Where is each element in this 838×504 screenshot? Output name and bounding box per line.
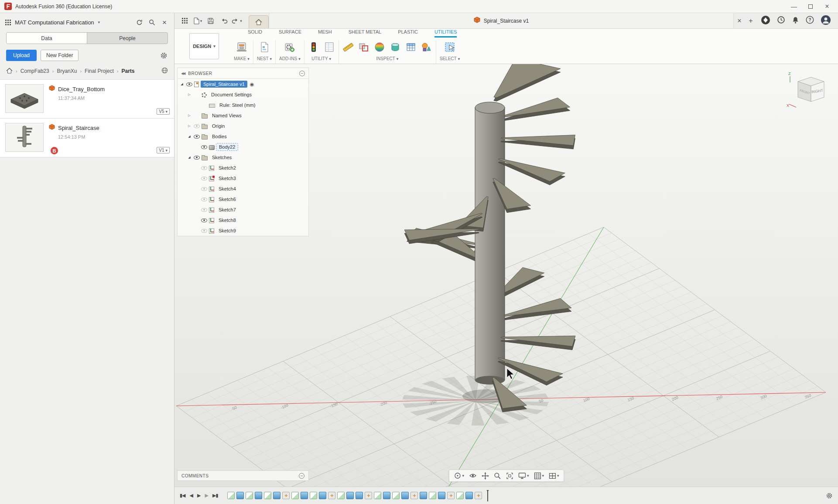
minimize-button[interactable]: — (787, 2, 800, 11)
save-icon[interactable] (204, 15, 217, 27)
validate-traffic-light-icon[interactable] (308, 41, 319, 53)
viewport-canvas[interactable]: -250-200-150-100-5050100150200250300350 … (174, 64, 838, 487)
timeline-feature-extrude-2[interactable] (236, 492, 244, 499)
browser-item-named-views[interactable]: ▷Named Views (178, 110, 308, 121)
orbit-icon[interactable]: ▾ (453, 472, 464, 480)
version-chip[interactable]: V5▾ (157, 108, 170, 115)
timeline-feature-sketch-19[interactable] (392, 492, 400, 499)
tool-group-label-make[interactable]: MAKE▾ (234, 56, 250, 61)
upload-button[interactable]: Upload (6, 50, 37, 61)
browser-item-sketch2[interactable]: Sketch2 (178, 163, 308, 173)
tab-people[interactable]: People (87, 33, 168, 44)
timeline-feature-move-7[interactable] (282, 492, 290, 499)
extensions-icon[interactable] (761, 15, 770, 27)
timeline-feature-sketch-13[interactable] (337, 492, 345, 499)
timeline-feature-move-28[interactable] (475, 492, 482, 499)
tree-expand-arrow-icon[interactable]: ▷ (187, 93, 192, 96)
timeline-feature-move-21[interactable] (410, 492, 418, 499)
browser-item-document-settings[interactable]: ▷Document Settings (178, 89, 308, 100)
visibility-eye-icon[interactable] (201, 208, 207, 212)
apps-grid-icon[interactable] (178, 15, 191, 27)
nest-icon[interactable] (259, 41, 270, 53)
tree-collapse-arrow-icon[interactable]: ◢ (187, 156, 192, 159)
new-tab-button[interactable]: + (745, 15, 756, 27)
timeline-feature-sketch-1[interactable] (227, 492, 235, 499)
home-tab-button[interactable] (249, 15, 269, 28)
timeline-feature-extrude-14[interactable] (346, 492, 354, 499)
redo-icon[interactable]: ▾ (230, 15, 243, 27)
timeline-feature-extrude-18[interactable] (383, 492, 390, 499)
visibility-eye-icon[interactable] (186, 82, 192, 86)
timeline-feature-sketch-17[interactable] (374, 492, 381, 499)
browser-item-sketch8[interactable]: Sketch8 (178, 215, 308, 225)
close-window-button[interactable]: × (821, 2, 834, 11)
measure-icon[interactable] (342, 41, 354, 53)
interference-icon[interactable] (358, 41, 369, 53)
user-avatar[interactable] (821, 15, 831, 27)
projects-grid-icon[interactable] (5, 20, 11, 25)
tool-group-label-add-ins[interactable]: ADD-INS▾ (279, 56, 301, 61)
browser-item-sketch3[interactable]: Sketch3 (178, 173, 308, 184)
tree-expand-arrow-icon[interactable]: ▷ (187, 124, 192, 128)
timeline-feature-sketch-5[interactable] (264, 492, 271, 499)
utility-sheet-icon[interactable] (324, 41, 335, 53)
component-color-table-icon[interactable] (405, 41, 417, 53)
timeline-position-marker[interactable] (487, 490, 488, 501)
add-ins-icon[interactable] (284, 41, 295, 53)
make-3d-print-icon[interactable] (236, 41, 247, 53)
timeline-feature-extrude-9[interactable] (301, 492, 308, 499)
help-icon[interactable]: ? (806, 16, 814, 26)
file-menu-icon[interactable]: ▾ (191, 15, 204, 27)
timeline-feature-sketch-3[interactable] (246, 492, 253, 499)
grid-snaps-icon[interactable]: ▾ (534, 472, 544, 480)
tool-group-label-utility[interactable]: UTILITY▾ (311, 56, 331, 61)
timeline-feature-move-12[interactable] (328, 492, 335, 499)
tool-group-label-inspect[interactable]: INSPECT▾ (376, 56, 398, 61)
ribbon-tab-utilities[interactable]: UTILITIES (434, 29, 457, 37)
ribbon-tab-sheet-metal[interactable]: SHEET METAL (349, 29, 381, 37)
fit-view-icon[interactable] (506, 472, 513, 480)
visibility-eye-icon[interactable] (194, 135, 200, 139)
new-folder-button[interactable]: New Folder (41, 50, 79, 61)
job-status-clock-icon[interactable] (777, 16, 785, 26)
globe-icon[interactable] (161, 67, 168, 75)
undo-icon[interactable] (217, 15, 230, 27)
data-panel-settings-gear-icon[interactable] (159, 52, 168, 59)
visibility-eye-icon[interactable] (194, 156, 200, 160)
collapse-browser-icon[interactable]: ◀◀ (181, 72, 185, 75)
tree-collapse-arrow-icon[interactable]: ◢ (187, 135, 192, 138)
tool-group-label-select[interactable]: SELECT▾ (440, 56, 460, 61)
timeline-step-back-button[interactable]: ◀ (190, 493, 193, 498)
tab-data[interactable]: Data (7, 33, 87, 44)
zoom-icon[interactable] (494, 472, 501, 480)
look-at-icon[interactable] (469, 472, 477, 480)
display-settings-icon[interactable]: ▾ (518, 472, 529, 479)
timeline-feature-extrude-24[interactable] (438, 492, 445, 499)
timeline-go-to-start-button[interactable]: ▮◀ (180, 493, 185, 498)
view-cube[interactable]: Z FRONT RIGHT X (785, 69, 828, 113)
visibility-eye-icon[interactable] (194, 124, 200, 128)
browser-item-sketch7[interactable]: Sketch7 (178, 204, 308, 215)
workspace-selector[interactable]: DESIGN ▾ (189, 33, 219, 59)
browser-item-origin[interactable]: ▷Origin (178, 121, 308, 131)
timeline-feature-extrude-6[interactable] (273, 492, 280, 499)
timeline-feature-move-25[interactable] (447, 492, 455, 499)
timeline-feature-extrude-27[interactable] (465, 492, 473, 499)
browser-item-sketches[interactable]: ◢Sketches (178, 152, 308, 163)
breadcrumb-item[interactable]: CompFab23 (21, 68, 49, 74)
version-chip[interactable]: V1▾ (157, 147, 170, 153)
project-title[interactable]: MAT Computational Fabrication (15, 19, 94, 26)
tree-expand-arrow-icon[interactable]: ▷ (187, 114, 192, 117)
curvature-map-icon[interactable] (374, 41, 385, 53)
browser-item-sketch9[interactable]: Sketch9 (178, 225, 308, 236)
timeline-feature-sketch-10[interactable] (310, 492, 317, 499)
activate-component-radio[interactable]: ◉ (250, 82, 254, 87)
appearance-shapes-icon[interactable] (421, 41, 432, 53)
timeline-settings-gear-icon[interactable] (826, 492, 833, 499)
browser-item-spiral-staircase-v1[interactable]: ◢Spiral_Staircase v1◉ (178, 79, 308, 89)
timeline-feature-extrude-15[interactable] (356, 492, 363, 499)
timeline-go-to-end-button[interactable]: ▶▮ (212, 493, 218, 498)
section-analysis-icon[interactable] (390, 41, 401, 53)
breadcrumb-item[interactable]: BryanXu (57, 68, 77, 74)
ribbon-tab-plastic[interactable]: PLASTIC (398, 29, 418, 37)
